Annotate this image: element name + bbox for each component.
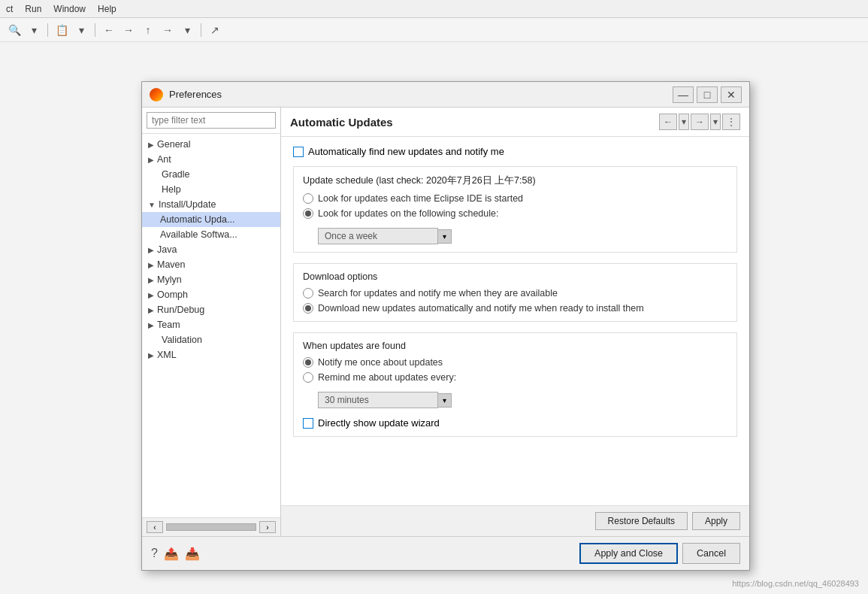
sidebar-item-validation[interactable]: Validation [142, 332, 280, 347]
help-icon[interactable]: ? [151, 547, 158, 560]
schedule-select-arrow[interactable]: ▾ [438, 229, 452, 244]
export-icon[interactable]: 📤 [164, 547, 179, 561]
footer-left-icons: ? 📤 📥 [151, 547, 200, 561]
dialog-maximize-button[interactable]: □ [697, 86, 718, 103]
scroll-left-button[interactable]: ‹ [147, 521, 163, 533]
sidebar-item-available-software[interactable]: Available Softwa... [142, 227, 280, 242]
toolbar-icon-up[interactable]: ↑ [140, 22, 156, 38]
menu-item-ct[interactable]: ct [6, 4, 13, 14]
forward-dropdown-button[interactable]: ▾ [710, 114, 721, 130]
sidebar-item-ant[interactable]: ▶ Ant [142, 152, 280, 167]
sidebar-item-label: Automatic Upda... [160, 214, 234, 225]
schedule-radio-1[interactable] [303, 193, 313, 204]
toolbar: 🔍 ▾ 📋 ▾ ← → ↑ → ▾ ↗ [0, 18, 868, 42]
dialog-footer: ? 📤 📥 Apply and Close Cancel [142, 536, 749, 570]
toolbar-icon-dropdown3[interactable]: ▾ [179, 22, 195, 38]
sidebar-item-label: Ant [157, 154, 171, 165]
sidebar-item-label: Validation [162, 335, 202, 345]
apply-button[interactable]: Apply [692, 512, 740, 530]
schedule-radio-2[interactable] [303, 208, 313, 219]
arrow-icon: ▶ [148, 246, 154, 254]
sidebar-item-general[interactable]: ▶ General [142, 137, 280, 152]
sidebar-filter-area [142, 108, 280, 134]
reminder-select-arrow[interactable]: ▾ [438, 393, 452, 408]
auto-find-checkbox[interactable] [293, 147, 304, 157]
main-header: Automatic Updates ← ▾ → ▾ ⋮ [281, 108, 749, 137]
download-radio-1[interactable] [303, 288, 313, 299]
when-updates-radio-2[interactable] [303, 372, 313, 383]
reminder-select[interactable]: 30 minutes [318, 392, 438, 408]
toolbar-separator-2 [95, 23, 95, 37]
download-radio-2[interactable] [303, 303, 313, 314]
toolbar-icon-export[interactable]: ↗ [207, 22, 223, 38]
watermark: https://blog.csdn.net/qq_46028493 [732, 579, 859, 588]
toolbar-icon-dropdown[interactable]: ▾ [26, 22, 42, 38]
schedule-option-1-row: Look for updates each time Eclipse IDE i… [303, 193, 727, 204]
more-options-button[interactable]: ⋮ [722, 114, 740, 130]
when-updates-radio-1[interactable] [303, 357, 313, 368]
scroll-thumb[interactable] [166, 523, 256, 531]
sidebar-item-maven[interactable]: ▶ Maven [142, 257, 280, 272]
schedule-label-1: Look for updates each time Eclipse IDE i… [318, 193, 523, 204]
toolbar-icon-back[interactable]: ← [101, 22, 117, 38]
search-input[interactable] [147, 112, 276, 129]
apply-and-close-button[interactable]: Apply and Close [579, 543, 678, 564]
menu-item-run[interactable]: Run [25, 4, 41, 14]
scroll-right-button[interactable]: › [259, 521, 276, 533]
directly-show-label: Directly show update wizard [318, 417, 440, 429]
sidebar-item-gradle[interactable]: Gradle [142, 167, 280, 182]
sidebar: ▶ General ▶ Ant Gradle Help [142, 108, 281, 536]
schedule-option-2-row: Look for updates on the following schedu… [303, 208, 727, 219]
menu-item-help[interactable]: Help [98, 4, 116, 14]
toolbar-icon-search[interactable]: 🔍 [6, 22, 23, 38]
back-dropdown-button[interactable]: ▾ [679, 114, 689, 130]
main-content: Automatic Updates ← ▾ → ▾ ⋮ Automaticall… [281, 108, 749, 536]
auto-find-row: Automatically find new updates and notif… [293, 146, 737, 157]
download-label-2: Download new updates automatically and n… [318, 303, 644, 314]
content-area: Automatically find new updates and notif… [281, 137, 749, 505]
sidebar-item-mylyn[interactable]: ▶ Mylyn [142, 272, 280, 287]
forward-icon-button[interactable]: → [691, 114, 709, 130]
sidebar-item-team[interactable]: ▶ Team [142, 317, 280, 332]
sidebar-item-label: Maven [157, 259, 186, 270]
toolbar-icon-forward[interactable]: → [120, 22, 137, 38]
content-footer: Restore Defaults Apply [281, 505, 749, 536]
sidebar-item-install-update[interactable]: ▼ Install/Update [142, 197, 280, 212]
directly-show-checkbox[interactable] [303, 418, 313, 429]
back-icon-button[interactable]: ← [659, 114, 677, 130]
sidebar-item-label: Install/Update [159, 199, 216, 210]
toolbar-icon-dropdown2[interactable]: ▾ [73, 22, 89, 38]
sidebar-item-java[interactable]: ▶ Java [142, 242, 280, 257]
dialog-close-button[interactable]: ✕ [721, 86, 742, 103]
sidebar-item-label: Team [157, 320, 180, 330]
toolbar-separator-3 [201, 23, 201, 37]
download-label-1: Search for updates and notify me when th… [318, 288, 558, 299]
sidebar-item-label: Run/Debug [157, 305, 204, 315]
sidebar-item-help[interactable]: Help [142, 182, 280, 197]
when-updates-option-2-row: Remind me about updates every: [303, 372, 727, 383]
when-updates-label-2: Remind me about updates every: [318, 372, 456, 383]
footer-right-buttons: Apply and Close Cancel [579, 543, 740, 564]
arrow-icon: ▶ [148, 291, 154, 299]
sidebar-item-automatic-updates[interactable]: Automatic Upda... [142, 212, 280, 227]
page-title: Automatic Updates [290, 116, 393, 129]
sidebar-item-run-debug[interactable]: ▶ Run/Debug [142, 302, 280, 317]
import-icon[interactable]: 📥 [185, 547, 200, 561]
arrow-icon: ▶ [148, 306, 154, 314]
update-schedule-section: Update schedule (last check: 2020年7月26日 … [293, 166, 737, 253]
download-options-title: Download options [303, 271, 727, 282]
download-option-1-row: Search for updates and notify me when th… [303, 288, 727, 299]
when-updates-option-1-row: Notify me once about updates [303, 357, 727, 368]
sidebar-item-xml[interactable]: ▶ XML [142, 347, 280, 362]
toolbar-icon-forward2[interactable]: → [159, 22, 176, 38]
sidebar-item-oomph[interactable]: ▶ Oomph [142, 287, 280, 302]
schedule-select[interactable]: Once a week [318, 228, 438, 244]
menu-item-window[interactable]: Window [53, 4, 86, 14]
toolbar-icon-copy[interactable]: 📋 [53, 22, 70, 38]
restore-defaults-button[interactable]: Restore Defaults [595, 512, 688, 530]
dialog-minimize-button[interactable]: — [673, 86, 694, 103]
cancel-button[interactable]: Cancel [682, 543, 740, 564]
arrow-icon: ▶ [148, 321, 154, 329]
when-updates-section: When updates are found Notify me once ab… [293, 332, 737, 437]
sidebar-item-label: General [157, 139, 190, 150]
